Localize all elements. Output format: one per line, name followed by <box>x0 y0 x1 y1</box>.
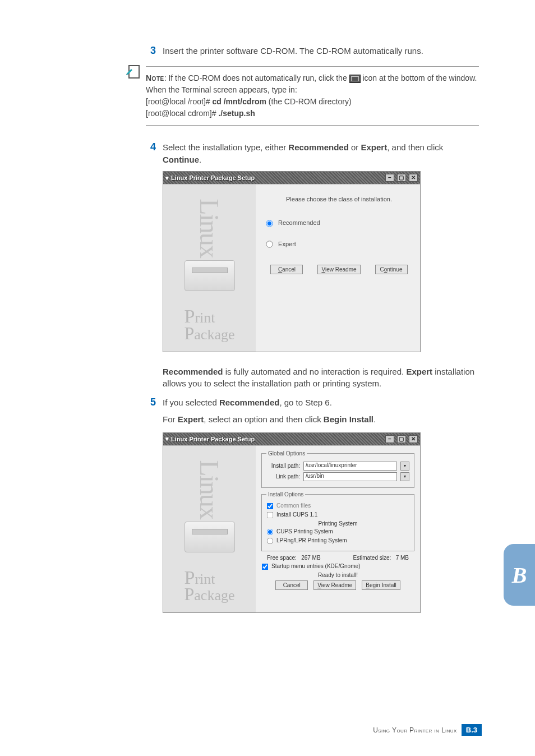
linux-logo-text: Linux <box>194 460 225 519</box>
install-prompt: Please choose the class of installation. <box>266 196 412 202</box>
window-menu-icon[interactable]: ▾ <box>165 174 169 182</box>
note-text: Note: If the CD-ROM does not automatical… <box>146 72 479 119</box>
note-icon <box>124 63 142 81</box>
step-4: 4 Select the installation type, either R… <box>146 141 479 166</box>
view-readme-button[interactable]: View Readme <box>317 265 360 274</box>
install-path-label: Install path: <box>266 463 300 469</box>
step-5-line2: For Expert, select an option and then cl… <box>163 413 479 426</box>
step-number-5: 5 <box>146 397 163 409</box>
step-5-line1: If you selected Recommended, go to Step … <box>163 397 332 409</box>
screenshot-expert-options: ▾ Linux Printer Package Setup – ▢ ✕ Linu… <box>163 432 421 613</box>
radio-recommended-input[interactable] <box>266 220 273 227</box>
note-label: Note <box>146 73 164 82</box>
window-title-2: Linux Printer Package Setup <box>171 436 384 442</box>
global-options-group: Global Options Install path: /usr/local/… <box>261 450 414 488</box>
radio-expert-input[interactable] <box>266 241 273 248</box>
checkbox-common-files[interactable]: Common files <box>266 503 409 510</box>
package-logo-text: PrintPackage <box>185 308 235 341</box>
step-number-3: 3 <box>146 45 163 57</box>
link-path-label: Link path: <box>266 473 300 480</box>
ready-status: Ready to install! <box>261 572 414 578</box>
window-title: Linux Printer Package Setup <box>171 174 384 181</box>
linux-logo-text: Linux <box>194 199 225 257</box>
screenshot-install-type: ▾ Linux Printer Package Setup – ▢ ✕ Linu… <box>163 171 421 352</box>
window-titlebar-2: ▾ Linux Printer Package Setup – ▢ ✕ <box>163 433 420 445</box>
install-options-group: Install Options Common files Install CUP… <box>261 491 414 551</box>
radio-expert[interactable]: Expert <box>266 241 412 248</box>
cancel-button-2[interactable]: Cancel <box>275 580 308 590</box>
checkbox-install-cups[interactable]: Install CUPS 1.1 <box>266 511 409 519</box>
continue-button[interactable]: Continue <box>375 265 408 274</box>
note-box: Note: If the CD-ROM does not automatical… <box>146 66 479 126</box>
window-maximize-button[interactable]: ▢ <box>397 435 406 443</box>
sidebar-graphic: Linux PrintPackage <box>163 185 256 351</box>
checkbox-startup-menu[interactable]: Startup menu entries (KDE/Gnome) <box>261 563 414 570</box>
radio-cups-printing[interactable]: CUPS Printing System <box>266 528 409 536</box>
recommended-description: Recommended is fully automated and no in… <box>163 366 479 390</box>
step-5: 5 If you selected Recommended, go to Ste… <box>146 397 479 409</box>
window-menu-icon[interactable]: ▾ <box>165 435 169 442</box>
printing-system-heading: Printing System <box>266 520 409 527</box>
terminal-icon <box>349 75 361 83</box>
printer-icon <box>185 522 235 552</box>
page-footer: Using Your Printer in Linux B.3 <box>373 724 482 736</box>
view-readme-button-2[interactable]: View Readme <box>313 580 356 590</box>
step-4-text: Select the installation type, either Rec… <box>163 141 479 166</box>
step-3: 3 Insert the printer software CD-ROM. Th… <box>146 45 479 57</box>
cancel-button[interactable]: Cancel <box>270 265 303 274</box>
window-minimize-button[interactable]: – <box>385 174 394 182</box>
footer-text: Using Your Printer in Linux <box>373 726 457 734</box>
space-stats: Free space: 267 MB Estimated size: 7 MB <box>261 555 414 561</box>
package-logo-text: PrintPackage <box>185 569 235 602</box>
step-3-text: Insert the printer software CD-ROM. The … <box>163 45 423 57</box>
link-path-dropdown[interactable]: ▾ <box>400 472 409 481</box>
window-close-button[interactable]: ✕ <box>409 435 418 443</box>
printer-icon <box>185 260 235 291</box>
sidebar-graphic-2: Linux PrintPackage <box>163 446 256 612</box>
link-path-input[interactable]: /usr/bin <box>303 472 397 481</box>
step-number-4: 4 <box>146 141 163 166</box>
window-maximize-button[interactable]: ▢ <box>397 174 406 182</box>
radio-lprng-printing[interactable]: LPRng/LPR Printing System <box>266 537 409 545</box>
window-minimize-button[interactable]: – <box>385 435 394 443</box>
page-number-badge: B.3 <box>462 724 482 736</box>
window-close-button[interactable]: ✕ <box>409 174 418 182</box>
install-path-input[interactable]: /usr/local/linuxprinter <box>303 462 397 471</box>
install-path-dropdown[interactable]: ▾ <box>400 462 409 471</box>
section-tab: B <box>504 544 535 606</box>
begin-install-button[interactable]: Begin Install <box>362 580 400 590</box>
window-titlebar: ▾ Linux Printer Package Setup – ▢ ✕ <box>163 172 420 184</box>
radio-recommended[interactable]: Recommended <box>266 219 412 227</box>
